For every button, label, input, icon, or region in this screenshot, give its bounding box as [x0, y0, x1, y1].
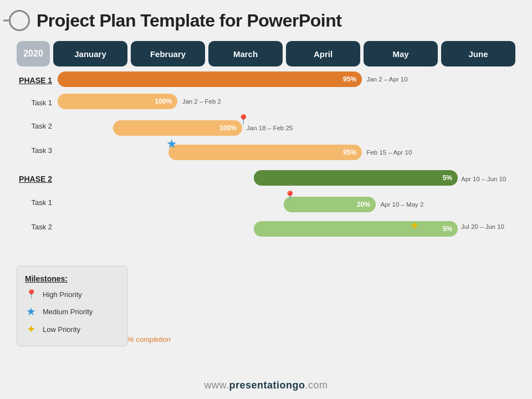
phase1-bar: 95%: [58, 71, 362, 87]
phase2-label: PHASE 2: [13, 175, 58, 183]
task2-p1-row: Task 2 📍 100% Jan 18 – Feb 25: [13, 114, 519, 137]
month-april: April: [286, 41, 360, 66]
task3-p1-bar-container: ★ 95% Feb 15 – Apr 10: [58, 139, 519, 161]
task3-p1-date: Feb 15 – Apr 10: [366, 149, 412, 156]
month-may: May: [364, 41, 438, 66]
legend-low-priority: ✦ Low Priority: [25, 323, 116, 336]
task3-p1-label: Task 3: [13, 146, 58, 155]
header-icon: [9, 10, 30, 31]
task3-p1-bar: 95%: [168, 145, 362, 160]
month-june: June: [441, 41, 515, 66]
high-priority-icon: 📍: [25, 289, 37, 300]
phase1-row: PHASE 1 95% Jan 2 – Apr 10: [13, 70, 519, 91]
page-title: Project Plan Template for PowerPoint: [37, 11, 341, 31]
legend-high-priority: 📍 High Priority: [25, 289, 116, 300]
milestone-high-task1p2: 📍: [284, 190, 296, 202]
footer-highlight: presentationgo: [229, 380, 305, 391]
milestone-medium-task3: ★: [166, 137, 177, 151]
task2-p1-date: Jan 18 – Feb 25: [247, 125, 293, 131]
task2-p2-row: Task 2 5% ✦ Jul 20 – Jun 10: [13, 215, 519, 238]
task1-p2-bar-container: 📍 20% Apr 10 – May 2: [58, 191, 519, 213]
legend-medium-priority: ★ Medium Priority: [25, 305, 116, 318]
phase1-label: PHASE 1: [13, 76, 58, 85]
phase2-date: Apr 10 – Jun 10: [458, 176, 519, 182]
low-priority-label: Low Priority: [43, 325, 80, 334]
legend-title: Milestones:: [25, 274, 116, 283]
task1-p2-date: Apr 10 – May 2: [380, 201, 423, 208]
task2-p2-label: Task 2: [13, 223, 58, 231]
medium-priority-icon: ★: [25, 305, 37, 318]
month-february: February: [131, 41, 205, 66]
months-row: 2020 January February March April May Ju…: [17, 41, 515, 66]
task1-p1-bar: 100%: [58, 94, 177, 109]
milestone-high-task2: 📍: [237, 114, 249, 126]
milestone-low-task2p2: ✦: [410, 219, 420, 233]
task2-p2-date: Jul 20 – Jun 10: [458, 223, 519, 230]
task3-p1-row: Task 3 ★ 95% Feb 15 – Apr 10: [13, 139, 519, 162]
month-january: January: [53, 41, 127, 66]
task1-p2-label: Task 1: [13, 198, 58, 207]
legend-box: Milestones: 📍 High Priority ★ Medium Pri…: [17, 266, 127, 346]
task1-p2-bar: 20%: [284, 197, 376, 212]
task2-p1-bar-container: 📍 100% Jan 18 – Feb 25: [58, 115, 519, 137]
task2-p1-label: Task 2: [13, 122, 58, 130]
phase2-bar-container: 5% Apr 10 – Jun 10: [58, 170, 458, 188]
phase2-row: PHASE 2 5% Apr 10 – Jun 10 Apr 10 – Jun …: [13, 168, 519, 190]
medium-priority-label: Medium Priority: [43, 308, 93, 316]
phase1-date: Jan 2 – Apr 10: [366, 76, 407, 83]
task1-p1-date: Jan 2 – Feb 2: [182, 98, 221, 105]
task2-p2-bar: 5%: [254, 221, 458, 237]
task2-p1-bar: 100%: [113, 120, 242, 136]
task1-p1-label: Task 1: [13, 99, 58, 107]
gantt-area: PHASE 1 95% Jan 2 – Apr 10 Task 1 100% J…: [13, 70, 519, 238]
task1-p1-row: Task 1 100% Jan 2 – Feb 2: [13, 92, 519, 113]
task1-p1-bar-container: 100% Jan 2 – Feb 2: [58, 94, 519, 111]
task1-p2-row: Task 1 📍 20% Apr 10 – May 2: [13, 191, 519, 214]
phase2-bar: 5%: [254, 170, 458, 186]
high-priority-label: High Priority: [43, 290, 82, 299]
footer: www.presentationgo.com: [0, 380, 532, 391]
phase1-bar-container: 95% Jan 2 – Apr 10: [58, 71, 519, 89]
task2-p2-bar-container: 5% ✦: [58, 216, 458, 238]
month-march: March: [208, 41, 283, 66]
page-header: Project Plan Template for PowerPoint: [0, 0, 532, 37]
pct-completion-label: % completion: [127, 335, 171, 344]
year-cell: 2020: [17, 41, 50, 66]
low-priority-icon: ✦: [25, 323, 37, 336]
